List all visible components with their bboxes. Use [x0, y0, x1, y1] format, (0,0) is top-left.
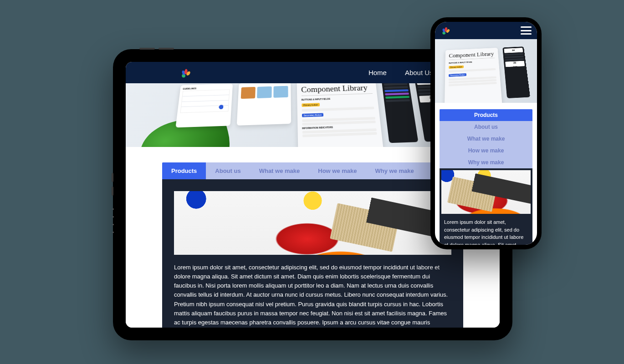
phone-hero-secondary-button: Secondary Button	[449, 73, 466, 77]
phone-camera-notch	[478, 19, 494, 21]
hero-mini-graph	[180, 89, 230, 113]
phone-hero-buttons-label: BUTTONS & INPUT FIELDS	[449, 60, 495, 64]
phone-screen: Component Library BUTTONS & INPUT FIELDS…	[435, 22, 537, 245]
phone-tab-products[interactable]: Products	[440, 109, 532, 121]
phone-tab-how-we-make[interactable]: How we make	[440, 145, 532, 157]
hero-mini-blocks	[240, 86, 288, 99]
phone-device: Component Library BUTTONS & INPUT FIELDS…	[430, 17, 542, 249]
phone-content-text: Lorem ipsum dolor sit amet, consectetur …	[441, 218, 531, 245]
hero-secondary-button: Secondary Button	[302, 113, 323, 117]
phone-tab-about-us[interactable]: About us	[440, 121, 532, 133]
tablet-speaker-dots	[113, 208, 114, 233]
phone-content-image-paint	[441, 170, 531, 214]
phone-tab-bar: Products About us What we make How we ma…	[440, 109, 532, 168]
tab-products[interactable]: Products	[162, 162, 206, 179]
tab-bar: Products About us What we make How we ma…	[162, 162, 463, 179]
phone-site-logo-icon[interactable]	[440, 25, 450, 35]
content-text: Lorem ipsum dolor sit amet, consectetur …	[174, 263, 451, 328]
nav-link-home[interactable]: Home	[368, 69, 387, 76]
hero-primary-button: Primary button	[302, 103, 320, 107]
hero-component-library-panel: Component Library BUTTONS & INPUT FIELDS…	[297, 83, 384, 147]
phone-page-body: Products About us What we make How we ma…	[435, 103, 537, 245]
phone-tab-what-we-make[interactable]: What we make	[440, 133, 532, 145]
phone-hero-component-library-title: Component Library	[449, 51, 495, 60]
phone-site-header	[435, 22, 537, 39]
tab-what-we-make[interactable]: What we make	[250, 162, 309, 179]
hero-component-library-title: Component Library	[301, 83, 372, 96]
phone-hero-primary-button: Primary button	[449, 66, 463, 69]
phone-hero-image: Component Library BUTTONS & INPUT FIELDS…	[435, 39, 537, 103]
phone-hero-component-library-panel: Component Library BUTTONS & INPUT FIELDS…	[445, 48, 503, 103]
tablet-volume-up	[112, 173, 113, 182]
phone-hero-badge-04: 04	[504, 48, 523, 53]
tab-how-we-make[interactable]: How we make	[309, 162, 366, 179]
site-logo-icon[interactable]	[179, 67, 191, 79]
hero-dark-panel-1	[381, 83, 418, 143]
phone-hero-panels: Component Library BUTTONS & INPUT FIELDS…	[445, 44, 529, 94]
tablet-top-button-2	[159, 48, 174, 50]
phone-content-panel: Lorem ipsum dolor sit amet, consectetur …	[440, 168, 532, 245]
hamburger-menu-icon[interactable]	[521, 26, 532, 35]
content-panel: Lorem ipsum dolor sit amet, consectetur …	[162, 179, 463, 328]
nav-link-about[interactable]: About Us	[405, 69, 433, 76]
tablet-volume-down	[112, 187, 113, 196]
content-image-paint	[174, 191, 451, 255]
tablet-top-button-1	[139, 48, 155, 50]
phone-tab-why-we-make[interactable]: Why we make	[440, 157, 532, 168]
hero-panel-blocks	[236, 83, 291, 126]
tab-about-us[interactable]: About us	[206, 162, 250, 179]
hero-panel-guidelines: GUIDELINES	[175, 84, 233, 128]
phone-hero-badge-23: 23Points	[505, 61, 525, 67]
phone-hero-dark-panel: 04 23Points	[502, 46, 530, 98]
tab-why-we-make[interactable]: Why we make	[366, 162, 423, 179]
hero-buttons-label: BUTTONS & INPUT FIELDS	[302, 96, 373, 101]
